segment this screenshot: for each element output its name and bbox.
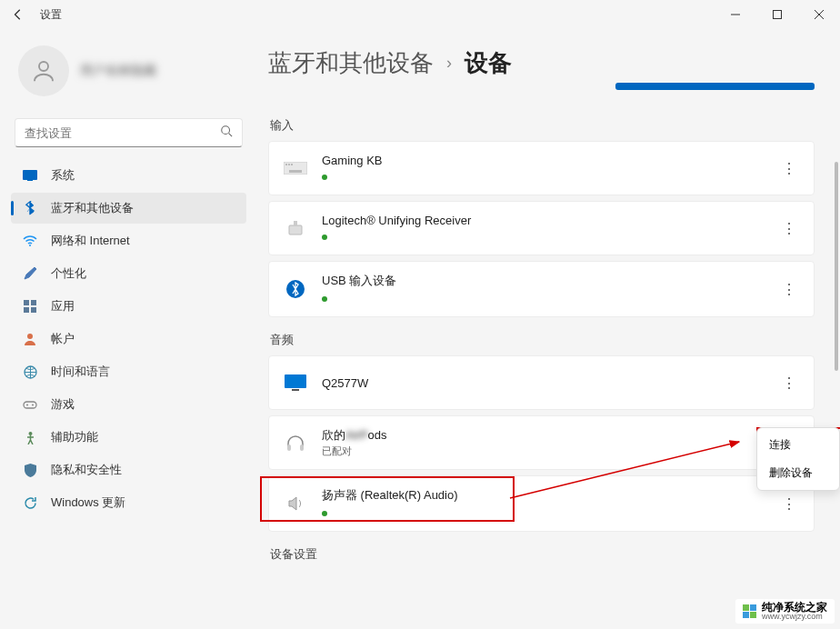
svg-rect-26 (294, 221, 297, 226)
device-card-headphones[interactable]: 欣的AirPods 已配对 ⋮ (268, 415, 815, 470)
back-button[interactable] (7, 4, 29, 25)
search-box[interactable] (15, 118, 243, 147)
svg-rect-25 (289, 225, 302, 235)
svg-rect-29 (292, 389, 299, 391)
breadcrumb: 蓝牙和其他设备 › 设备 (268, 47, 815, 79)
partial-button[interactable] (615, 83, 815, 90)
svg-point-9 (29, 245, 31, 246)
accessibility-icon (22, 429, 38, 445)
more-button[interactable]: ⋮ (775, 370, 801, 395)
svg-rect-16 (24, 402, 36, 408)
system-icon (22, 167, 38, 184)
device-card-logitech[interactable]: Logitech® Unifying Receiver ⋮ (268, 201, 815, 255)
section-device-settings-label: 设备设置 (270, 546, 815, 563)
svg-point-14 (27, 334, 33, 339)
update-icon (22, 494, 38, 511)
window-title: 设置 (40, 7, 62, 23)
monitor-icon (282, 372, 309, 394)
section-audio-label: 音频 (270, 332, 815, 348)
nav-system[interactable]: 系统 (11, 160, 246, 191)
wifi-icon (22, 233, 38, 249)
svg-rect-13 (31, 307, 36, 313)
svg-rect-31 (300, 444, 304, 451)
search-icon (220, 125, 233, 141)
person-icon (22, 331, 38, 347)
svg-rect-21 (285, 164, 287, 165)
svg-rect-22 (288, 164, 290, 165)
scrollbar-thumb[interactable] (835, 162, 838, 371)
sidebar: 用户名称隐藏 系统 蓝牙和其他设备 网络和 Internet 个性化 应用 帐户… (0, 29, 257, 629)
minimize-button[interactable] (715, 0, 756, 29)
watermark-logo (743, 604, 756, 618)
close-button[interactable] (798, 0, 840, 29)
profile-name: 用户名称隐藏 (80, 63, 156, 79)
nav-network[interactable]: 网络和 Internet (11, 225, 246, 256)
device-title: 欣的AirPods (322, 427, 775, 444)
nav-apps[interactable]: 应用 (11, 291, 246, 322)
svg-rect-30 (287, 444, 291, 451)
maximize-button[interactable] (756, 0, 798, 29)
nav-bluetooth[interactable]: 蓝牙和其他设备 (11, 193, 246, 224)
nav-accessibility[interactable]: 辅助功能 (11, 422, 246, 453)
svg-line-6 (229, 134, 233, 137)
svg-rect-28 (285, 374, 306, 388)
brush-icon (22, 265, 38, 282)
status-dot (322, 235, 327, 240)
breadcrumb-parent[interactable]: 蓝牙和其他设备 (268, 47, 434, 79)
nav-list: 系统 蓝牙和其他设备 网络和 Internet 个性化 应用 帐户 时间和语言 … (11, 160, 246, 518)
svg-point-4 (39, 62, 48, 71)
nav-accounts[interactable]: 帐户 (11, 324, 246, 354)
speaker-icon (282, 493, 309, 514)
bluetooth-icon (22, 200, 38, 216)
svg-point-17 (26, 404, 28, 405)
apps-icon (22, 298, 38, 314)
svg-rect-24 (289, 170, 302, 173)
nav-personalize[interactable]: 个性化 (11, 258, 246, 289)
keyboard-icon (282, 157, 309, 179)
menu-remove[interactable]: 删除设备 (760, 459, 836, 487)
nav-gaming[interactable]: 游戏 (11, 389, 246, 420)
gamepad-icon (22, 396, 38, 413)
menu-connect[interactable]: 连接 (760, 431, 836, 459)
more-button[interactable]: ⋮ (775, 155, 801, 181)
svg-rect-7 (23, 170, 37, 180)
context-menu: 连接 删除设备 (756, 427, 840, 491)
device-card-speaker[interactable]: 扬声器 (Realtek(R) Audio) ⋮ (268, 475, 815, 532)
more-button[interactable]: ⋮ (775, 276, 801, 302)
svg-rect-23 (291, 164, 293, 165)
avatar (18, 45, 69, 96)
svg-point-18 (32, 404, 34, 405)
bluetooth-circle-icon (282, 278, 309, 300)
globe-icon (22, 364, 38, 380)
more-button[interactable]: ⋮ (775, 491, 801, 516)
svg-point-19 (28, 432, 32, 435)
receiver-icon (282, 217, 309, 239)
more-button[interactable]: ⋮ (775, 215, 801, 241)
breadcrumb-current: 设备 (465, 47, 512, 79)
svg-rect-1 (774, 11, 782, 19)
device-card-monitor[interactable]: Q2577W ⋮ (268, 355, 815, 410)
svg-rect-12 (24, 307, 29, 313)
status-dot (322, 175, 327, 180)
main-content: 蓝牙和其他设备 › 设备 输入 Gaming KB ⋮ Logitech® Un… (257, 29, 840, 629)
chevron-right-icon: › (446, 54, 452, 73)
svg-point-5 (222, 126, 230, 135)
nav-update[interactable]: Windows 更新 (11, 487, 246, 518)
headphones-icon (282, 432, 309, 454)
device-card-usb[interactable]: USB 输入设备 ⋮ (268, 261, 815, 317)
section-input-label: 输入 (270, 117, 815, 134)
svg-rect-10 (24, 300, 29, 305)
search-input[interactable] (25, 126, 220, 140)
svg-rect-11 (31, 300, 36, 305)
device-card-gaming-kb[interactable]: Gaming KB ⋮ (268, 141, 815, 195)
titlebar: 设置 (0, 0, 840, 29)
status-dot (322, 296, 327, 302)
nav-privacy[interactable]: 隐私和安全性 (11, 454, 246, 485)
shield-icon (22, 462, 38, 478)
nav-time[interactable]: 时间和语言 (11, 356, 246, 387)
scrollbar[interactable] (833, 62, 838, 620)
profile-section[interactable]: 用户名称隐藏 (11, 38, 246, 111)
status-dot (322, 511, 327, 516)
watermark: 纯净系统之家www.ycwjzy.com (735, 599, 835, 624)
svg-rect-8 (27, 180, 33, 181)
